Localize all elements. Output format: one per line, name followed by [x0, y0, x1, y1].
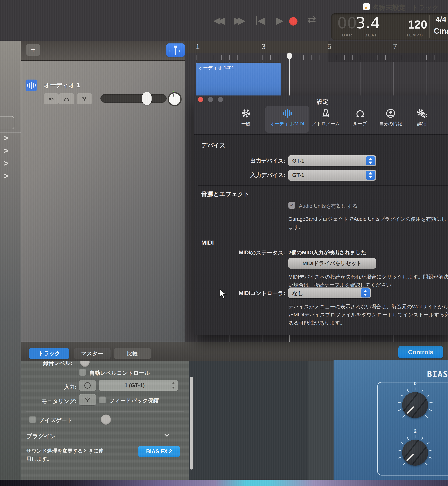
window-title: 名称未設定 - トラック — [372, 3, 439, 12]
lcd-time-signature: 4/4 — [436, 15, 446, 24]
lcd-beat-label: BEAT — [365, 33, 377, 38]
plugin-window-edge — [308, 361, 334, 481]
ruler-bar-number: 1 — [196, 42, 200, 51]
knob-face — [402, 392, 428, 418]
input-device-label: 入力デバイス: — [219, 172, 285, 179]
section-separator — [198, 185, 448, 186]
add-track-button[interactable]: + — [26, 44, 40, 56]
smart-controls-scrollbar[interactable] — [190, 377, 193, 470]
row-separator — [26, 411, 184, 411]
track-auto-zoom-button[interactable]: › ‹ — [166, 43, 185, 57]
ruler-ticks — [197, 55, 448, 60]
tab-advanced[interactable]: 詳細 — [411, 107, 432, 133]
monitoring-icon — [84, 396, 91, 403]
document-icon — [363, 3, 370, 10]
input-device-dropdown[interactable]: GT-1 — [288, 170, 376, 181]
tab-label: 自分の情報 — [379, 121, 402, 127]
midi-controller-dropdown[interactable]: なし — [288, 288, 371, 298]
record-button[interactable] — [289, 17, 297, 25]
lcd-divider — [401, 16, 401, 38]
input-source-dropdown[interactable]: 1 (GT-1) — [99, 380, 178, 391]
auto-level-checkbox[interactable] — [79, 369, 86, 376]
midi-controller-value: なし — [292, 290, 303, 297]
tab-label: 一般 — [241, 121, 250, 127]
bottom-empty-area — [189, 361, 334, 481]
person-circle-icon — [385, 107, 396, 120]
rail-divider-line — [0, 132, 21, 133]
input-format-button[interactable] — [79, 380, 96, 391]
disclosure-chevron-icon[interactable]: > — [3, 133, 8, 143]
go-to-start-button[interactable]: ◀ — [258, 15, 265, 25]
tab-label: ループ — [353, 121, 367, 127]
lcd-display[interactable]: 00 3.4 BAR BEAT 120 TEMPO 4/4 Cmaj — [331, 13, 448, 40]
rec-level-label: 録音レベル: — [43, 361, 72, 367]
tab-loop[interactable]: ループ — [349, 107, 371, 133]
bias-knob-1[interactable]: 0 — [398, 387, 432, 423]
monitoring-icon — [81, 96, 87, 102]
midi-controller-desc-line: デバイスがメニューに表示されない場合は、製造元のWebサイトから適 — [288, 303, 448, 311]
loop-icon — [355, 107, 365, 120]
tab-audio-midi[interactable]: オーディオ/MIDI — [267, 107, 307, 133]
midi-controller-desc-line: ある可能性があります。 — [288, 319, 448, 327]
stepper-down-icon — [172, 387, 175, 389]
bias-fx2-plugin-button[interactable]: BIAS FX 2 — [138, 446, 180, 457]
output-device-value: GT-1 — [292, 158, 304, 164]
input-monitoring-button[interactable] — [77, 93, 92, 104]
controls-button[interactable]: Controls — [398, 346, 443, 358]
mute-button[interactable] — [43, 93, 59, 104]
tab-compare[interactable]: 比較 — [114, 348, 151, 359]
chevron-down-icon — [163, 432, 170, 439]
lcd-divider-2 — [429, 16, 430, 38]
audio-region-label: オーディオ 1#01 — [198, 65, 234, 71]
go-to-start-bar[interactable] — [256, 16, 257, 25]
playhead-pointer[interactable] — [287, 57, 292, 61]
feedback-protection-checkbox[interactable] — [99, 396, 106, 403]
plugins-collapse-button[interactable] — [163, 432, 170, 439]
pan-knob[interactable] — [168, 92, 182, 106]
knob-label: 2 — [398, 428, 432, 434]
rec-level-knob[interactable] — [80, 361, 90, 367]
smart-controls-panel: 録音レベル: 自動レベルコントロール 入力: 1 (GT-1) モニタリング: … — [21, 361, 189, 481]
disclosure-chevron-icon[interactable]: > — [3, 171, 8, 181]
cycle-button[interactable]: ⇄ — [307, 14, 316, 25]
tab-track[interactable]: トラック — [29, 348, 69, 359]
volume-slider-knob[interactable] — [142, 92, 152, 105]
audio-units-desc-line: GarageBandプロジェクトでAudio Unitsプラグインの使用を有効に… — [288, 215, 448, 223]
track-name[interactable]: オーディオ 1 — [44, 81, 80, 89]
bias-plugin-title: BIAS — [427, 369, 448, 379]
smart-controls-header: トラック マスター 比較 Controls — [21, 342, 448, 361]
output-device-dropdown[interactable]: GT-1 — [288, 155, 376, 166]
disclosure-chevron-icon[interactable]: > — [3, 158, 8, 168]
midi-status-value: 2個のMIDI入力が検出されました — [288, 249, 366, 256]
tab-metronome[interactable]: メトロノーム — [311, 107, 341, 133]
tab-general[interactable]: 一般 — [234, 107, 257, 133]
bias-knob-2[interactable]: 2 — [398, 435, 432, 470]
metronome-icon — [321, 107, 331, 120]
midi-reset-button[interactable]: MIDIドライバをリセット — [288, 258, 376, 269]
track-volume-slider[interactable] — [100, 94, 167, 103]
play-button[interactable]: ▶ — [276, 15, 283, 25]
noise-gate-checkbox[interactable] — [29, 416, 36, 423]
dropdown-stepper-icon — [361, 288, 370, 297]
double-gear-icon — [416, 107, 427, 120]
tab-my-info[interactable]: 自分の情報 — [376, 107, 405, 133]
audio-units-desc-line: ます。 — [288, 223, 448, 231]
rail-partial-button[interactable] — [0, 116, 14, 129]
noise-gate-slider-knob[interactable] — [101, 414, 111, 425]
rewind-button[interactable]: ◀◀ — [213, 15, 222, 25]
lcd-tempo-label: TEMPO — [406, 33, 423, 38]
disclosure-chevron-icon[interactable]: > — [3, 145, 8, 156]
audio-units-checkbox[interactable]: ✓ — [288, 202, 296, 209]
audio-track-icon[interactable] — [25, 80, 37, 91]
monitoring-button[interactable] — [79, 394, 96, 405]
fast-forward-button[interactable]: ▶▶ — [234, 15, 243, 25]
midi-controller-label: MIDIコントローラ: — [219, 290, 285, 297]
monitoring-label: モニタリング: — [28, 398, 77, 405]
lcd-tempo: 120 — [408, 18, 427, 31]
knob-label: 0 — [398, 380, 432, 387]
device-section-header: デバイス — [201, 141, 225, 149]
tab-master[interactable]: マスター — [74, 348, 111, 359]
track-header-panel: + › ‹ オーディオ 1 — [21, 41, 185, 342]
mute-speaker-icon — [48, 96, 54, 102]
solo-button[interactable] — [59, 93, 74, 104]
